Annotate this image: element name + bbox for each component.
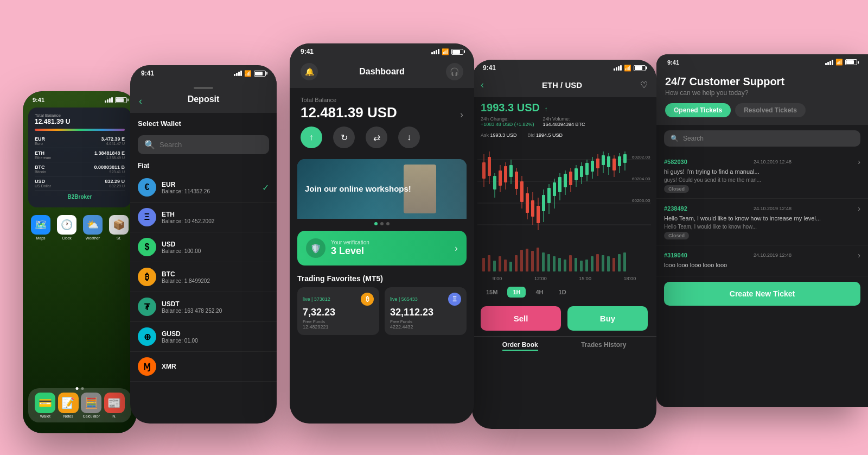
svg-rect-61 [482,258,485,271]
trade-buttons: Sell Buy [481,306,648,331]
resolved-tickets-tab[interactable]: Resolved Tickets [735,103,806,117]
deposit-back-button[interactable]: ‹ [139,96,142,107]
eth-info: ETH Balance: 10 452.2002 [162,211,269,224]
deposit-handle [194,87,213,89]
svg-rect-50 [596,159,599,168]
dashboard-status-bar: 9:41 📶 [290,43,474,58]
transfer-action-button[interactable]: ⇄ [366,127,387,148]
ticket-238492-status: Closed [664,232,689,239]
ticket-582030-msg: hi guys! I'm trying to find a manual... [664,168,860,175]
ios-dock-notes[interactable]: 📝 Notes [58,393,79,418]
ticket-238492-arrow: › [858,204,860,213]
wallet-item-usdt[interactable]: ₮ USDT Balance: 163 478 252.20 [130,292,277,322]
sell-button[interactable]: Sell [481,306,561,331]
tc-live-2: live | 565433 [390,296,418,302]
trading-section: Trading Favorites (MT5) live | 373812 ₿ … [290,271,474,338]
support-search-placeholder: Search [683,135,704,142]
ticket-319040[interactable]: #319040 24.10.2019 12:48 › looo looo loo… [656,245,868,276]
tc-live-1: live | 373812 [303,296,330,302]
chart-favorite-button[interactable]: ♡ [640,80,648,90]
promo-banner[interactable]: Join our online workshops! [297,159,467,225]
notification-button[interactable]: 🔔 [301,63,318,80]
dashboard-time: 9:41 [301,48,314,55]
wallet-item-usd[interactable]: $ USD Balance: 100.00 [130,232,277,262]
ios-balance-bar [35,129,125,131]
xmr-icon: Ɱ [138,357,156,376]
svg-rect-64 [499,256,501,271]
verification-text: Your verification 3 Level [331,239,369,257]
ticket-238492-preview: Hello Team, I would like to know how... [664,224,860,230]
ticket-319040-date: 24.10.2019 12:48 [754,252,792,258]
svg-rect-44 [580,166,583,177]
ios-app-weather[interactable]: ⛅ Weather [82,215,103,240]
create-ticket-button[interactable]: Create New Ticket [664,282,860,306]
upload-action-button[interactable]: ↑ [301,127,322,148]
svg-rect-58 [618,156,621,166]
btc-icon: ₿ [138,268,156,286]
download-action-button[interactable]: ↓ [398,127,420,148]
ios-dock-wallet[interactable]: 💳 Wallet [35,393,55,418]
buy-button[interactable]: Buy [567,306,648,331]
trading-cards: live | 373812 ₿ 7,32.23 Free Funds 12.48… [297,287,467,335]
order-book-tab[interactable]: Order Book [502,341,538,351]
svg-rect-42 [575,168,578,180]
support-search[interactable]: 🔍 Search [664,130,860,147]
eth-coin-icon: Ξ [448,293,461,306]
svg-rect-20 [515,172,518,189]
ios-app-maps[interactable]: 🗺️ Maps [30,215,51,240]
shield-icon: 🛡️ [306,238,326,258]
deposit-search[interactable]: 🔍 [138,135,269,154]
ios-currency-eth: ETHEthereum 1.38481848 E1.338.49 U [35,148,125,162]
ticket-582030-header: #582030 24.10.2019 12:48 › [664,157,860,166]
svg-rect-68 [520,250,523,271]
wallet-item-eur[interactable]: € EUR Balance: 114352.26 ✓ [130,173,277,203]
verification-level: 3 Level [331,245,369,257]
chart-ask: Ask 1993.3 USD [481,129,517,139]
dashboard-phone: 9:41 📶 🔔 Dashboard 🎧 Total Balance 12.48… [290,43,474,424]
support-header: 24/7 Customer Support How can we help yo… [656,68,868,125]
ios-app-store[interactable]: 📦 St. [108,215,129,240]
svg-rect-66 [509,262,512,271]
chart-ask-bid: Ask 1993.3 USD Bid 1994.5 USD [481,129,648,139]
svg-rect-12 [493,176,496,189]
tc-free-label-1: Free Funds [303,319,374,324]
trading-card-btc[interactable]: live | 373812 ₿ 7,32.23 Free Funds 12.48… [297,287,379,335]
tf-15m[interactable]: 15M [481,287,503,298]
wallet-item-btc[interactable]: ₿ BTC Balance: 1.8499202 [130,262,277,292]
ios-dock-news[interactable]: 📰 N. [104,393,125,418]
headset-button[interactable]: 🎧 [446,63,463,80]
ios-phone: 9:41 Total Balance 12.481.39 U EUREuro 3… [23,91,137,433]
svg-rect-74 [553,256,556,271]
deposit-search-input[interactable] [159,141,263,149]
ios-dock-calculator[interactable]: 🧮 Calculator [81,393,101,418]
chart-phone: 9:41 📶 ‹ ETH / USD ♡ 1993.3 USD ↑ 24h Ch… [472,60,656,429]
gusd-icon: ⊕ [138,327,156,346]
verification-card[interactable]: 🛡️ Your verification 3 Level › [297,231,467,266]
opened-tickets-tab[interactable]: Opened Tickets [665,103,731,117]
svg-rect-70 [531,251,534,271]
trading-card-eth[interactable]: live | 565433 Ξ 32,112.23 Free Funds 422… [385,287,467,335]
chart-meta: 24h Change: +1083.48 USD (+1.82%) 24h Vo… [481,116,648,127]
tf-1d[interactable]: 1D [553,287,572,298]
svg-rect-62 [488,255,490,271]
wallet-item-eth[interactable]: Ξ ETH Balance: 10 452.2002 [130,203,277,232]
svg-rect-52 [602,155,605,165]
ticket-238492[interactable]: #238492 24.10.2019 12:48 › Hello Team, I… [656,199,868,245]
candlestick-svg: 60202.00 60204.00 60206.00 [476,143,652,241]
svg-rect-67 [515,255,518,271]
ios-app-clock[interactable]: 🕐 Clock [56,215,77,240]
refresh-action-button[interactable]: ↻ [333,127,355,148]
chart-back-button[interactable]: ‹ [481,79,484,91]
svg-rect-87 [623,252,626,271]
tf-4h[interactable]: 4H [530,287,548,298]
svg-rect-80 [585,260,588,271]
trades-history-tab[interactable]: Trades History [581,341,626,351]
ios-time: 9:41 [33,97,44,103]
svg-rect-85 [612,258,615,271]
wallet-item-gusd[interactable]: ⊕ GUSD Balance: 01.00 [130,322,277,352]
wallet-item-xmr[interactable]: Ɱ XMR [130,352,277,382]
svg-text:60202.00: 60202.00 [632,155,650,160]
ticket-582030[interactable]: #582030 24.10.2019 12:48 › hi guys! I'm … [656,152,868,199]
tf-1h[interactable]: 1H [507,287,526,298]
balance-expand-arrow[interactable]: › [460,109,463,121]
